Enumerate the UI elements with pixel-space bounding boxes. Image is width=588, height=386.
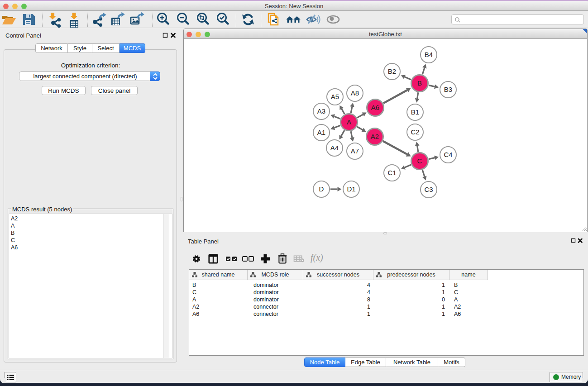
svg-text:B3: B3 bbox=[444, 86, 452, 93]
svg-text:A1: A1 bbox=[317, 129, 325, 136]
svg-text:A6: A6 bbox=[371, 104, 379, 111]
svg-text:A2: A2 bbox=[371, 133, 379, 140]
svg-text:A4: A4 bbox=[330, 144, 339, 152]
svg-text:D1: D1 bbox=[347, 185, 355, 193]
svg-text:A5: A5 bbox=[331, 93, 339, 100]
svg-text:C3: C3 bbox=[424, 186, 433, 193]
svg-text:D: D bbox=[319, 185, 324, 193]
svg-text:A7: A7 bbox=[351, 147, 359, 155]
svg-text:A3: A3 bbox=[317, 107, 325, 115]
svg-text:C2: C2 bbox=[411, 128, 419, 136]
svg-text:B2: B2 bbox=[388, 67, 396, 75]
svg-text:C1: C1 bbox=[387, 169, 396, 176]
svg-text:C4: C4 bbox=[444, 151, 452, 158]
svg-text:B4: B4 bbox=[425, 51, 433, 58]
svg-text:B: B bbox=[417, 79, 422, 87]
svg-text:C: C bbox=[417, 157, 422, 165]
svg-text:A: A bbox=[347, 118, 351, 126]
svg-text:A8: A8 bbox=[351, 89, 359, 97]
svg-text:B1: B1 bbox=[411, 108, 419, 116]
